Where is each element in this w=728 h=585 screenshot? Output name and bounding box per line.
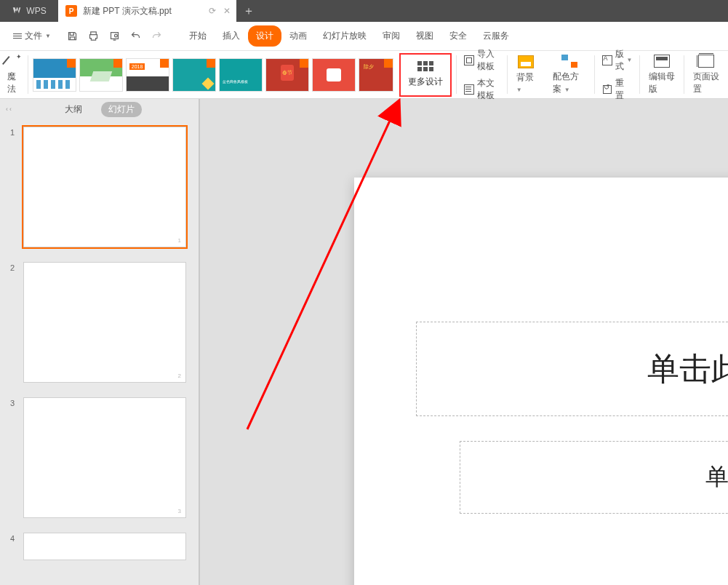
menu-bar: 文件 ▼ 开始 插入 设计 动画 幻灯片放映 审阅 视图 安全 云服务 bbox=[0, 22, 728, 51]
tab-cloud[interactable]: 云服务 bbox=[475, 25, 517, 47]
tab-design[interactable]: 设计 bbox=[248, 25, 281, 47]
file-label: 文件 bbox=[25, 30, 42, 42]
template-thumb-6[interactable] bbox=[265, 58, 309, 92]
tab-close-icon[interactable]: ✕ bbox=[223, 6, 231, 16]
slides-tab[interactable]: 幻灯片 bbox=[101, 102, 142, 117]
local-template-icon bbox=[464, 84, 474, 95]
slide-thumb-1[interactable]: 1 bbox=[23, 127, 186, 247]
tab-refresh-icon[interactable]: ⟳ bbox=[209, 6, 216, 16]
design-ribbon: 魔法 蓝色商务风模板 更多设计 导入模板 本文模板 背景 ▼ bbox=[0, 51, 728, 99]
file-menu[interactable]: 文件 ▼ bbox=[9, 27, 55, 45]
reset-icon bbox=[602, 84, 612, 95]
slide-canvas-area[interactable]: 单击此处添加 单击此处添加副 bbox=[200, 99, 728, 585]
page-setup-button[interactable]: 页面设置 bbox=[684, 51, 728, 98]
slide-number: 4 bbox=[10, 533, 16, 560]
slide-thumbnails[interactable]: 1 1 2 2 3 3 4 bbox=[0, 119, 199, 585]
slide-thumb-3[interactable]: 3 bbox=[23, 397, 186, 518]
chevron-down-icon: ▼ bbox=[516, 87, 522, 93]
color-scheme-button[interactable]: 配色方案 ▼ bbox=[544, 51, 593, 98]
template-gallery: 蓝色商务风模板 更多设计 bbox=[28, 51, 456, 98]
edit-master-button[interactable]: 编辑母版 bbox=[640, 51, 684, 98]
local-template-button[interactable]: 本文模板 bbox=[464, 77, 500, 102]
collapse-panel-icon[interactable]: ‹‹ bbox=[6, 106, 13, 113]
outline-tab[interactable]: 大纲 bbox=[57, 102, 89, 117]
wps-home-label: WPS bbox=[26, 6, 46, 16]
chevron-down-icon: ▼ bbox=[45, 33, 51, 39]
document-tab[interactable]: P 新建 PPT 演示文稿.ppt ⟳ ✕ bbox=[58, 0, 236, 22]
chevron-down-icon: ▼ bbox=[564, 87, 570, 93]
import-template-icon bbox=[464, 55, 474, 65]
wps-logo-icon bbox=[12, 6, 22, 16]
ppt-badge-icon: P bbox=[65, 5, 77, 17]
template-thumb-5[interactable]: 蓝色商务风模板 bbox=[219, 58, 263, 92]
more-designs-button[interactable]: 更多设计 bbox=[399, 53, 452, 97]
background-icon bbox=[518, 55, 534, 68]
tab-view[interactable]: 视图 bbox=[408, 25, 441, 47]
title-bar: WPS P 新建 PPT 演示文稿.ppt ⟳ ✕ ＋ bbox=[0, 0, 728, 22]
slide-thumb-4[interactable] bbox=[23, 533, 186, 560]
format-icon bbox=[602, 55, 612, 65]
magic-button[interactable]: 魔法 bbox=[0, 51, 28, 98]
template-thumb-2[interactable] bbox=[79, 58, 123, 92]
slide-number: 3 bbox=[10, 397, 16, 518]
tab-animation[interactable]: 动画 bbox=[281, 25, 315, 47]
undo-icon[interactable] bbox=[130, 31, 141, 41]
tab-start[interactable]: 开始 bbox=[181, 25, 215, 47]
page-setup-icon bbox=[698, 55, 714, 68]
magic-wand-icon bbox=[7, 55, 20, 68]
tab-slideshow[interactable]: 幻灯片放映 bbox=[315, 25, 375, 47]
tab-security[interactable]: 安全 bbox=[441, 25, 475, 47]
chevron-down-icon: ▼ bbox=[627, 57, 633, 63]
redo-icon[interactable] bbox=[151, 31, 162, 41]
side-panel-header: ‹‹ 大纲 幻灯片 bbox=[0, 99, 199, 119]
template-thumb-4[interactable] bbox=[172, 58, 216, 92]
template-thumb-3[interactable] bbox=[126, 58, 169, 92]
edit-master-icon bbox=[654, 55, 670, 68]
format-button[interactable]: 版式▼ bbox=[602, 48, 633, 73]
import-template-button[interactable]: 导入模板 bbox=[464, 48, 500, 73]
new-tab-button[interactable]: ＋ bbox=[236, 0, 261, 22]
svg-point-0 bbox=[114, 34, 117, 37]
document-title: 新建 PPT 演示文稿.ppt bbox=[83, 5, 172, 17]
subtitle-placeholder[interactable]: 单击此处添加副 bbox=[460, 441, 728, 514]
background-button[interactable]: 背景 ▼ bbox=[508, 51, 544, 98]
hamburger-icon bbox=[13, 33, 22, 39]
print-preview-icon[interactable] bbox=[109, 31, 120, 41]
wps-home-tab[interactable]: WPS bbox=[0, 0, 58, 22]
title-placeholder[interactable]: 单击此处添加 bbox=[416, 322, 728, 416]
save-icon[interactable] bbox=[67, 31, 78, 41]
slide-thumb-2[interactable]: 2 bbox=[23, 262, 186, 383]
template-thumb-7[interactable] bbox=[312, 58, 356, 92]
template-thumb-8[interactable] bbox=[359, 58, 393, 92]
print-icon[interactable] bbox=[88, 31, 99, 41]
slide-number: 2 bbox=[10, 262, 16, 383]
slide-canvas[interactable]: 单击此处添加 单击此处添加副 bbox=[354, 178, 728, 585]
slide-panel: ‹‹ 大纲 幻灯片 1 1 2 2 3 3 4 bbox=[0, 99, 200, 585]
color-scheme-icon bbox=[561, 55, 577, 68]
tab-insert[interactable]: 插入 bbox=[215, 25, 248, 47]
magic-label: 魔法 bbox=[7, 71, 20, 95]
grid-icon bbox=[417, 61, 433, 71]
more-designs-label: 更多设计 bbox=[408, 76, 443, 88]
template-thumb-1[interactable] bbox=[33, 58, 76, 92]
reset-button[interactable]: 重置 bbox=[602, 77, 633, 102]
tab-review[interactable]: 审阅 bbox=[375, 25, 408, 47]
quick-access-toolbar bbox=[60, 31, 169, 41]
slide-number: 1 bbox=[10, 127, 16, 247]
